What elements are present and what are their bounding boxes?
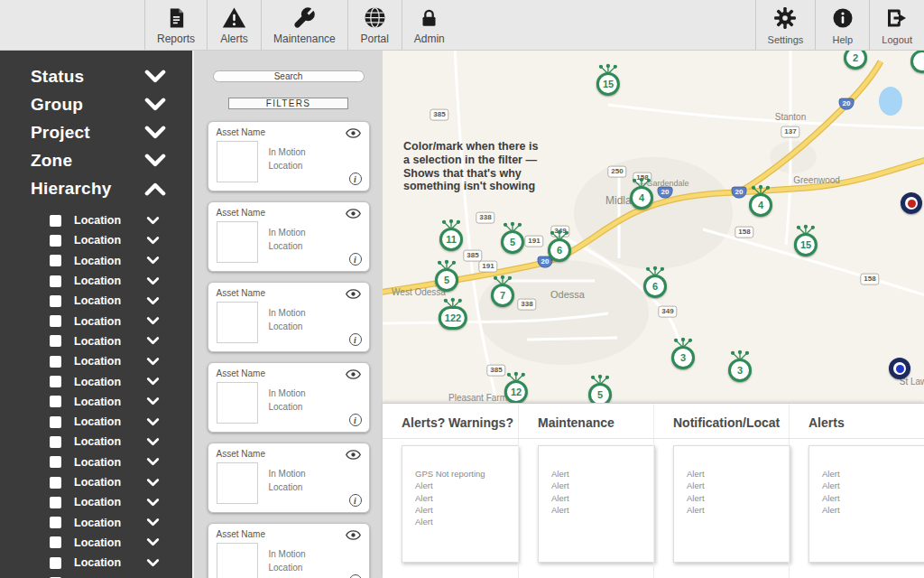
chevron-down-icon[interactable] xyxy=(143,98,167,112)
alert-card[interactable]: AlertAlertAlertAlert xyxy=(538,445,655,563)
sidebar-section-hierarchy[interactable]: Hierarchy xyxy=(0,174,192,202)
search-input[interactable]: Search xyxy=(213,70,365,82)
location-checkbox[interactable] xyxy=(50,215,61,227)
sidebar-location-item[interactable]: Location xyxy=(0,472,192,492)
sidebar-section-project[interactable]: Project xyxy=(0,118,192,146)
alert-card[interactable]: AlertAlertAlertAlert xyxy=(673,445,790,563)
location-checkbox[interactable] xyxy=(50,396,61,407)
sidebar-location-item[interactable]: Location xyxy=(0,432,192,452)
chevron-down-icon[interactable] xyxy=(146,458,160,466)
chevron-down-icon[interactable] xyxy=(146,217,160,225)
alert-card[interactable]: AlertAlertAlertAlert xyxy=(808,445,924,563)
chevron-down-icon[interactable] xyxy=(146,337,160,345)
asset-card[interactable]: Asset NameIn MotionLocationi xyxy=(208,201,370,272)
alert-item[interactable]: Alert xyxy=(551,492,654,504)
info-icon[interactable]: i xyxy=(349,253,362,266)
sidebar-location-item[interactable]: Location xyxy=(0,492,192,512)
chevron-down-icon[interactable] xyxy=(146,237,160,245)
topbar-item-portal[interactable]: Portal xyxy=(347,0,402,50)
map-cluster-marker[interactable]: 5 xyxy=(435,268,458,292)
map-cluster-marker[interactable]: 4 xyxy=(630,186,653,210)
map-cluster-marker[interactable]: 12 xyxy=(504,380,528,403)
alert-item[interactable]: Alert xyxy=(415,480,518,491)
chevron-down-icon[interactable] xyxy=(146,297,160,305)
alert-item[interactable]: Alert xyxy=(415,516,518,527)
filters-button[interactable]: FILTERS xyxy=(228,98,348,109)
location-checkbox[interactable] xyxy=(50,376,61,387)
map-cluster-marker[interactable]: 6 xyxy=(548,238,571,262)
sidebar-location-item[interactable]: Location xyxy=(0,251,192,271)
alert-item[interactable]: Alert xyxy=(687,504,790,516)
sidebar-location-item[interactable]: Location xyxy=(0,351,192,371)
alert-item[interactable]: Alert xyxy=(551,480,654,491)
sidebar-section-zone[interactable]: Zone xyxy=(0,146,192,174)
eye-icon[interactable] xyxy=(346,450,361,460)
sidebar-location-item[interactable]: Location xyxy=(0,291,192,311)
location-checkbox[interactable] xyxy=(50,295,61,307)
eye-icon[interactable] xyxy=(346,209,361,219)
sidebar-location-item[interactable]: Location xyxy=(0,512,192,532)
location-checkbox[interactable] xyxy=(50,315,61,327)
alert-item[interactable]: Alert xyxy=(822,492,924,504)
chevron-up-icon[interactable] xyxy=(143,182,167,196)
topbar-item-reports[interactable]: Reports xyxy=(144,0,207,50)
map-cluster-marker[interactable]: 2 xyxy=(844,51,867,70)
location-checkbox[interactable] xyxy=(50,275,61,287)
info-icon[interactable]: i xyxy=(349,414,362,426)
asset-card[interactable]: Asset NameIn MotionLocationi xyxy=(208,362,370,433)
location-checkbox[interactable] xyxy=(50,557,61,569)
sidebar-location-item[interactable]: Location xyxy=(0,452,192,472)
map-cluster-marker[interactable]: 3 xyxy=(671,346,695,369)
alert-item[interactable]: Alert xyxy=(687,480,790,491)
alert-item[interactable]: Alert xyxy=(687,492,790,504)
eye-icon[interactable] xyxy=(346,289,361,299)
alert-item[interactable]: Alert xyxy=(415,504,518,516)
topbar-item-help[interactable]: Help xyxy=(815,0,869,50)
map-cluster-marker[interactable]: 11 xyxy=(439,228,463,251)
sidebar-location-item[interactable]: Location xyxy=(0,392,192,412)
topbar-item-maintenance[interactable]: Maintenance xyxy=(261,0,347,50)
location-checkbox[interactable] xyxy=(50,335,61,347)
asset-card[interactable]: Asset NameIn MotionLocationi xyxy=(208,282,370,352)
chevron-down-icon[interactable] xyxy=(146,438,160,446)
location-checkbox[interactable] xyxy=(50,235,61,247)
sidebar-location-item[interactable]: Location xyxy=(0,553,192,573)
location-checkbox[interactable] xyxy=(50,477,61,489)
chevron-down-icon[interactable] xyxy=(146,277,160,285)
location-checkbox[interactable] xyxy=(50,456,61,468)
sidebar-location-item[interactable]: Location xyxy=(0,371,192,391)
sidebar-location-item[interactable]: Location xyxy=(0,533,192,553)
chevron-down-icon[interactable] xyxy=(146,559,160,567)
asset-card[interactable]: Asset NameIn MotionLocationi xyxy=(208,523,370,578)
location-checkbox[interactable] xyxy=(50,536,61,548)
chevron-down-icon[interactable] xyxy=(143,70,167,84)
sidebar-location-item[interactable]: Location xyxy=(0,271,192,291)
chevron-down-icon[interactable] xyxy=(146,418,160,426)
info-icon[interactable]: i xyxy=(349,574,362,578)
location-checkbox[interactable] xyxy=(50,255,61,266)
eye-icon[interactable] xyxy=(346,530,361,540)
sidebar-section-group[interactable]: Group xyxy=(0,90,192,118)
map-cluster-marker[interactable]: 5 xyxy=(588,383,612,403)
location-checkbox[interactable] xyxy=(50,497,61,508)
sidebar-section-status[interactable]: Status xyxy=(0,62,192,90)
chevron-down-icon[interactable] xyxy=(146,479,160,487)
chevron-down-icon[interactable] xyxy=(146,317,160,325)
chevron-down-icon[interactable] xyxy=(143,126,167,140)
info-icon[interactable]: i xyxy=(349,494,362,507)
map-cluster-marker[interactable]: 3 xyxy=(728,359,752,382)
chevron-down-icon[interactable] xyxy=(146,256,160,265)
chevron-down-icon[interactable] xyxy=(146,538,160,546)
alert-item[interactable]: Alert xyxy=(415,492,518,504)
topbar-item-admin[interactable]: Admin xyxy=(402,0,457,50)
map-cluster-marker[interactable]: 15 xyxy=(596,72,620,96)
topbar-item-logout[interactable]: Logout xyxy=(869,0,924,50)
map[interactable]: StantonGreenwoodGardendaleMidlandOdessaW… xyxy=(383,51,924,403)
chevron-down-icon[interactable] xyxy=(146,397,160,406)
location-checkbox[interactable] xyxy=(50,416,61,428)
chevron-down-icon[interactable] xyxy=(146,518,160,527)
location-checkbox[interactable] xyxy=(50,436,61,448)
chevron-down-icon[interactable] xyxy=(146,358,160,366)
asset-card[interactable]: Asset NameIn MotionLocationi xyxy=(208,443,370,513)
location-checkbox[interactable] xyxy=(50,356,61,368)
